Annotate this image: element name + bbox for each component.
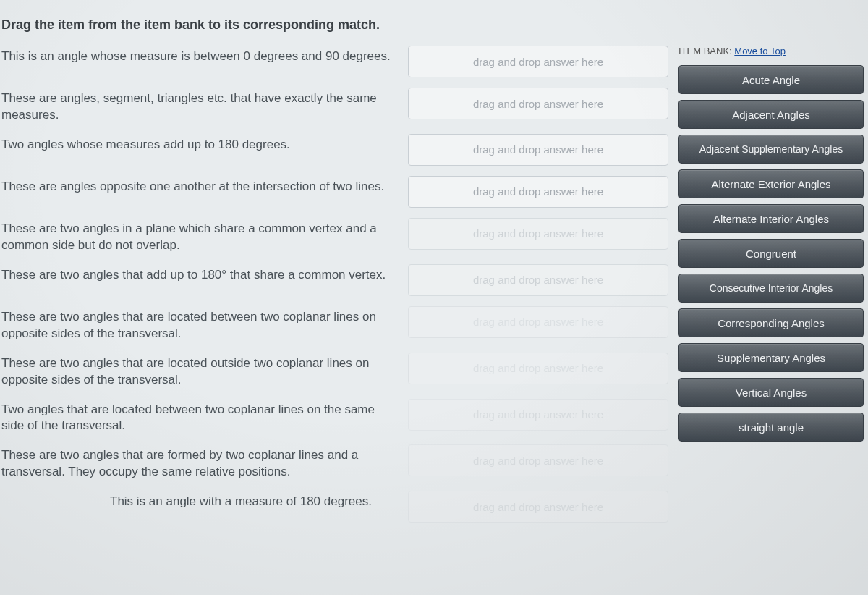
bank-item[interactable]: Adjacent Angles xyxy=(678,100,864,129)
bank-item[interactable]: Adjacent Supplementary Angles xyxy=(678,135,864,164)
drop-target[interactable]: drag and drop answer here xyxy=(408,88,668,119)
item-bank-column: ITEM BANK: Move to Top Acute Angle Adjac… xyxy=(678,46,864,442)
definition-text: Two angles that are located between two … xyxy=(1,399,398,435)
drop-target[interactable]: drag and drop answer here xyxy=(408,306,668,338)
bank-item[interactable]: straight angle xyxy=(678,413,864,442)
definition-text: This is an angle with a measure of 180 d… xyxy=(1,491,398,510)
definition-text: These are angles, segment, triangles etc… xyxy=(1,88,398,124)
drop-target[interactable]: drag and drop answer here xyxy=(408,218,668,250)
bank-item[interactable]: Congruent xyxy=(678,239,864,268)
drop-target[interactable]: drag and drop answer here xyxy=(408,399,668,431)
drop-target[interactable]: drag and drop answer here xyxy=(408,264,668,296)
bank-item[interactable]: Alternate Exterior Angles xyxy=(678,169,864,198)
drop-target[interactable]: drag and drop answer here xyxy=(408,134,668,166)
definition-text: Two angles whose measures add up to 180 … xyxy=(1,134,398,153)
main-layout: This is an angle whose measure is betwee… xyxy=(0,46,868,523)
drop-target[interactable]: drag and drop answer here xyxy=(408,46,668,77)
drop-target[interactable]: drag and drop answer here xyxy=(408,353,668,384)
bank-item[interactable]: Corresponding Angles xyxy=(678,308,864,337)
item-bank: Acute Angle Adjacent Angles Adjacent Sup… xyxy=(678,65,864,442)
instruction-text: Drag the item from the item bank to its … xyxy=(0,0,868,46)
bank-item[interactable]: Vertical Angles xyxy=(678,378,864,407)
definition-text: These are two angles that are formed by … xyxy=(1,444,398,481)
definition-text: These are angles opposite one another at… xyxy=(1,176,398,195)
definition-text: These are two angles in a plane which sh… xyxy=(1,218,398,254)
bank-item[interactable]: Consecutive Interior Angles xyxy=(678,274,864,303)
definitions-column: This is an angle whose measure is betwee… xyxy=(1,46,668,523)
bank-item[interactable]: Acute Angle xyxy=(678,65,864,94)
item-bank-prefix: ITEM BANK: xyxy=(678,46,732,56)
drop-target[interactable]: drag and drop answer here xyxy=(408,176,668,208)
definition-text: These are two angles that are located ou… xyxy=(1,353,398,389)
definition-text: These are two angles that are located be… xyxy=(1,306,398,342)
drop-target[interactable]: drag and drop answer here xyxy=(408,444,668,476)
move-to-top-link[interactable]: Move to Top xyxy=(734,46,786,56)
bank-item[interactable]: Alternate Interior Angles xyxy=(678,204,864,233)
drop-target[interactable]: drag and drop answer here xyxy=(408,491,668,523)
definition-text: This is an angle whose measure is betwee… xyxy=(1,46,398,65)
item-bank-label: ITEM BANK: Move to Top xyxy=(678,46,864,56)
definition-text: These are two angles that add up to 180°… xyxy=(1,264,398,284)
bank-item[interactable]: Supplementary Angles xyxy=(678,343,864,372)
